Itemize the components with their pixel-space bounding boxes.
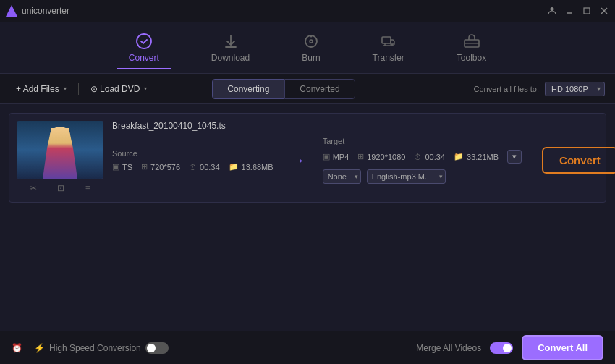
source-resolution: ⊞ 720*576 [141, 162, 180, 172]
nav-item-convert[interactable]: Convert [117, 27, 171, 69]
transfer-nav-icon [380, 33, 397, 50]
target-format-dropdown[interactable]: ▾ [507, 150, 522, 164]
nav-label-transfer: Transfer [373, 53, 404, 63]
toolbar-tabs: Converting Converted [212, 79, 355, 99]
source-format: ▣ TS [112, 162, 132, 172]
convert-button[interactable]: Convert [542, 147, 615, 174]
tab-converting[interactable]: Converting [212, 79, 284, 99]
title-bar-left: uniconverter [6, 5, 69, 17]
nav-item-toolbox[interactable]: Toolbox [445, 27, 498, 69]
svg-point-9 [310, 35, 312, 37]
svg-rect-2 [584, 8, 590, 14]
load-dvd-button[interactable]: ⊙ Load DVD ▾ [85, 81, 153, 97]
burn-nav-icon [302, 33, 320, 50]
target-size: 📁 33.21MB [454, 152, 499, 161]
subtitle-row: None English-mp3 M... [323, 169, 522, 184]
audio-select[interactable]: English-mp3 M... [367, 169, 446, 184]
speed-icon: ⚡ [34, 343, 45, 353]
load-dvd-label: ⊙ Load DVD [90, 84, 140, 94]
filename: Breakfast_20100410_1045.ts [112, 121, 615, 131]
toolbar-divider [78, 83, 79, 95]
folder-icon: 📁 [229, 162, 239, 172]
toolbar-left: + Add Files ▾ ⊙ Load DVD ▾ [10, 81, 153, 97]
video-thumbnail [17, 121, 103, 179]
format-select-wrap: HD 1080P HD 720P 4K [545, 82, 605, 96]
format-select[interactable]: HD 1080P HD 720P 4K [545, 82, 605, 96]
bottom-left: ⏰ ⚡ High Speed Conversion [12, 342, 169, 354]
load-dvd-dropdown-icon: ▾ [144, 85, 147, 92]
high-speed-label: High Speed Conversion [49, 343, 141, 353]
main-content: ✂ ⊡ ≡ Breakfast_20100410_1045.ts Source … [0, 104, 615, 331]
add-files-dropdown-icon: ▾ [64, 85, 67, 92]
nav-label-burn: Burn [302, 53, 320, 63]
app-name: uniconverter [22, 6, 69, 16]
bottom-right: Merge All Videos Convert All [416, 335, 603, 360]
file-card: ✂ ⊡ ≡ Breakfast_20100410_1045.ts Source … [9, 113, 606, 203]
toolbar-right: Convert all files to: HD 1080P HD 720P 4… [473, 82, 604, 96]
target-block: Target ▣ MP4 ⊞ 1920*1080 ⏱ 00:34 [323, 137, 522, 184]
crop-icon[interactable]: ⊡ [57, 183, 64, 193]
minimize-button[interactable] [564, 6, 574, 16]
nav-label-convert: Convert [129, 53, 159, 63]
svg-point-5 [137, 34, 151, 48]
source-block: Source ▣ TS ⊞ 720*576 ⏱ 00:34 [112, 149, 273, 172]
nav-item-download[interactable]: Download [200, 27, 261, 69]
title-bar: uniconverter [0, 0, 615, 22]
high-speed-toggle[interactable] [145, 342, 169, 354]
nav-item-burn[interactable]: Burn [290, 27, 331, 69]
timer-icon[interactable]: ⏰ [12, 343, 22, 353]
toolbox-nav-icon [463, 33, 480, 50]
target-label: Target [323, 137, 522, 145]
target-resolution: ⊞ 1920*1080 [357, 152, 405, 161]
close-button[interactable] [599, 6, 609, 16]
svg-point-8 [310, 40, 313, 43]
high-speed-item: ⚡ High Speed Conversion [34, 342, 169, 354]
tab-converted[interactable]: Converted [284, 79, 355, 99]
thumbnail-controls: ✂ ⊡ ≡ [17, 182, 103, 195]
target-dropdown-arrow: ▾ [512, 152, 517, 161]
svg-point-0 [551, 7, 554, 11]
convert-all-files-label: Convert all files to: [473, 85, 538, 93]
add-files-button[interactable]: + Add Files ▾ [10, 81, 72, 97]
thumbnail-wrap: ✂ ⊡ ≡ [17, 121, 103, 195]
source-to-target-arrow: → [291, 152, 305, 169]
bottom-bar: ⏰ ⚡ High Speed Conversion Merge All Vide… [0, 331, 615, 364]
maximize-button[interactable] [582, 6, 592, 16]
resolution-icon: ⊞ [141, 162, 148, 172]
convert-all-button[interactable]: Convert All [522, 335, 603, 360]
source-meta-row: ▣ TS ⊞ 720*576 ⏱ 00:34 📁 [112, 162, 273, 172]
audio-select-wrap: English-mp3 M... [367, 169, 446, 184]
target-duration: ⏱ 00:34 [414, 153, 445, 161]
target-resolution-icon: ⊞ [357, 152, 364, 161]
source-target-row: Source ▣ TS ⊞ 720*576 ⏱ 00:34 [112, 137, 615, 184]
source-label: Source [112, 149, 273, 158]
top-nav: Convert Download Burn [0, 22, 615, 74]
timer-item: ⏰ [12, 343, 22, 353]
cut-icon[interactable]: ✂ [30, 183, 37, 193]
svg-rect-10 [382, 37, 391, 43]
download-nav-icon [222, 33, 239, 50]
nav-label-download: Download [211, 53, 250, 63]
clock-icon: ⏱ [189, 163, 197, 172]
add-files-label: + Add Files [16, 84, 59, 94]
target-film-icon: ▣ [323, 152, 330, 161]
app-logo-icon [6, 5, 17, 17]
target-meta-row: ▣ MP4 ⊞ 1920*1080 ⏱ 00:34 📁 [323, 150, 522, 164]
film-icon: ▣ [112, 162, 119, 172]
subtitle-select[interactable]: None [323, 169, 361, 184]
nav-label-toolbox: Toolbox [457, 53, 486, 63]
effects-icon[interactable]: ≡ [85, 183, 90, 193]
target-format: ▣ MP4 [323, 152, 349, 161]
merge-label: Merge All Videos [416, 343, 481, 353]
target-clock-icon: ⏱ [414, 153, 422, 161]
file-info: Breakfast_20100410_1045.ts Source ▣ TS ⊞… [112, 121, 615, 184]
convert-nav-icon [135, 33, 153, 50]
nav-item-transfer[interactable]: Transfer [361, 27, 416, 69]
title-bar-controls [547, 6, 609, 16]
target-folder-icon: 📁 [454, 152, 464, 161]
toolbar: + Add Files ▾ ⊙ Load DVD ▾ Converting Co… [0, 74, 615, 104]
source-size: 📁 13.68MB [229, 162, 273, 172]
merge-toggle[interactable] [490, 342, 513, 354]
user-icon[interactable] [547, 6, 557, 16]
source-duration: ⏱ 00:34 [189, 163, 220, 172]
